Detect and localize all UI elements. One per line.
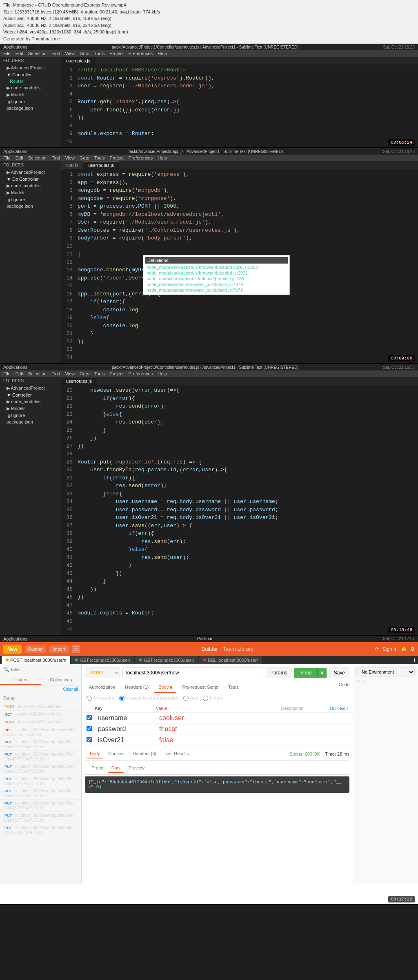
sidebar3-advanced[interactable]: ▶ AdvancedProject: [0, 385, 61, 392]
form-data-option[interactable]: form-data: [87, 696, 114, 701]
sidebar-item-userroutes[interactable]: Router: [0, 78, 61, 84]
sidebar-item-gitignore[interactable]: .gitignore: [0, 98, 61, 105]
history-item-5[interactable]: PUT localhost:3000/user/update/59eb 90bc…: [0, 751, 81, 763]
pretty-tab[interactable]: Pretty: [88, 764, 107, 773]
builder-tab[interactable]: Builder: [201, 646, 218, 652]
req-tab-auth[interactable]: Authorization: [85, 682, 119, 693]
params-button[interactable]: Params: [266, 667, 291, 678]
settings-icon[interactable]: ⚙: [410, 646, 415, 652]
sidebar-item-package[interactable]: package.json: [0, 105, 61, 111]
add-tab-button[interactable]: +: [413, 656, 416, 664]
history-item-0[interactable]: POST localhost:3000/user/new: [0, 703, 81, 711]
signin-button[interactable]: Sign In: [382, 646, 398, 652]
sidebar2-item-models[interactable]: ▶ Models: [0, 189, 61, 196]
def-link-3[interactable]: node_modules/bluebird/js/release/promise…: [145, 276, 288, 282]
history-item-3[interactable]: DEL localhost:3000/user/delete/59eb3 0bc…: [0, 726, 81, 738]
history-item-6[interactable]: PUT localhost:3000/user/update/59eb 90bc…: [0, 763, 81, 775]
menu-goto[interactable]: Goto: [80, 51, 89, 56]
method-select[interactable]: POST GET PUT DELETE: [85, 667, 120, 678]
clear-all-button[interactable]: Clear all: [61, 686, 80, 692]
preview-tab[interactable]: Preview: [125, 764, 148, 773]
sidebar2-item-controller[interactable]: ▼ Do Controller: [0, 176, 61, 182]
send-button[interactable]: Send: [294, 668, 317, 678]
menu2-find[interactable]: Find: [51, 155, 60, 160]
req-tab-headers[interactable]: Headers (1): [121, 682, 153, 693]
def-link-1[interactable]: node_modules/bluebird/js/browser/bluebir…: [145, 264, 288, 270]
url-input[interactable]: [122, 667, 263, 678]
raw-option[interactable]: raw: [183, 696, 198, 701]
collections-tab[interactable]: Collections: [41, 675, 82, 685]
sidebar2-item-package[interactable]: package.json: [0, 203, 61, 209]
request-tab-0[interactable]: POST localhost:3000/user/n: [2, 656, 70, 664]
menu2-edit[interactable]: Edit: [16, 155, 23, 160]
row1-checkbox[interactable]: [87, 725, 95, 733]
sidebar2-item-node[interactable]: ▶ node_modules: [0, 182, 61, 189]
new-button[interactable]: New: [3, 645, 22, 654]
sidebar2-item-gitignore[interactable]: .gitignore: [0, 196, 61, 203]
sidebar3-gitignore[interactable]: .gitignore: [0, 412, 61, 419]
menu-project[interactable]: Project: [110, 51, 124, 56]
code-label[interactable]: Code: [339, 682, 349, 693]
menu2-help[interactable]: Help: [158, 155, 167, 160]
req-tab-tests[interactable]: Tests: [224, 682, 243, 693]
def-link-4[interactable]: node_modules/bson/browser_build/bson.js:…: [145, 282, 288, 287]
history-item-2[interactable]: POST localhost:3000/user/new: [0, 718, 81, 726]
resp-tab-headers[interactable]: Headers (6): [129, 749, 160, 758]
menu-help[interactable]: Help: [158, 51, 167, 56]
row0-checkbox[interactable]: [87, 714, 95, 722]
eye-icon[interactable]: 👁: [356, 679, 361, 684]
resp-tab-body[interactable]: Body: [87, 749, 103, 758]
menu2-project[interactable]: Project: [110, 155, 124, 160]
team-library-tab[interactable]: Team Library: [223, 646, 253, 652]
req-tab-body[interactable]: Body: [154, 682, 176, 693]
sidebar-item-node-modules[interactable]: ▶ node_modules: [0, 84, 61, 91]
resp-tab-test-results[interactable]: Test Results: [161, 749, 192, 758]
history-item-1[interactable]: GET localhost:3000/user/index: [0, 711, 81, 718]
bulk-edit-button[interactable]: Bulk Edit: [330, 706, 348, 711]
menu2-tools[interactable]: Tools: [94, 155, 105, 160]
request-tab-1[interactable]: GET localhost:3000/user/: [71, 656, 134, 664]
request-tab-3[interactable]: DEL localhost:3000/user/: [199, 656, 262, 664]
sidebar-item-advancedproject[interactable]: ▶ AdvancedProject: [0, 64, 61, 71]
search-input[interactable]: [11, 667, 78, 672]
send-dropdown-button[interactable]: ▼: [317, 668, 326, 678]
edit-env-icon[interactable]: ✏: [362, 679, 366, 684]
bell-icon[interactable]: 🔔: [401, 646, 407, 652]
runner-button[interactable]: Runner: [25, 645, 46, 653]
sidebar3-models[interactable]: ▶ Models: [0, 405, 61, 412]
menu2-file[interactable]: File: [3, 155, 11, 160]
history-item-4[interactable]: PUT localhost:3000/user/update/59eb 30bc…: [0, 738, 81, 751]
sidebar-item-models[interactable]: ▶ Models: [0, 91, 61, 98]
menu-view[interactable]: View: [65, 51, 75, 56]
urlencoded-option[interactable]: x-www-form-urlencoded: [119, 696, 178, 701]
import-button[interactable]: Import: [49, 645, 69, 653]
menu-icon[interactable]: ☰: [72, 645, 80, 653]
menu2-goto[interactable]: Goto: [80, 155, 89, 160]
sidebar3-node[interactable]: ▶ node_modules: [0, 398, 61, 405]
history-item-7[interactable]: PUT localhost:3000/user/update/59eb 90bc…: [0, 775, 81, 787]
panel2-tab-userroutes[interactable]: userroutes.js: [83, 161, 119, 169]
panel3-tab-userroutes[interactable]: userroutes.js: [61, 377, 97, 385]
history-item-10[interactable]: PUT localhost:3000/user/update/59eb 90bc…: [0, 812, 81, 824]
menu-selection[interactable]: Selection: [28, 51, 47, 56]
raw-tab[interactable]: Raw: [108, 764, 124, 773]
panel2-tab-app[interactable]: app.js: [61, 161, 83, 169]
def-link-2[interactable]: node_modules/bluebird/js/browser/bluebir…: [145, 270, 288, 276]
panel1-tab-userroutes[interactable]: useroutes.js: [61, 57, 96, 64]
req-tab-prereq[interactable]: Pre-request Script: [178, 682, 222, 693]
resp-tab-cookies[interactable]: Cookies: [105, 749, 128, 758]
sidebar3-controller[interactable]: ▼ Controller: [0, 392, 61, 398]
menu-edit[interactable]: Edit: [16, 51, 23, 56]
menu-file[interactable]: File: [3, 51, 11, 56]
sidebar2-item-advanced[interactable]: ▶ AdvancedProject: [0, 169, 61, 176]
binary-option[interactable]: binary: [203, 696, 223, 701]
history-item-8[interactable]: PUT localhost:3000/user/update/59eb 90bc…: [0, 787, 81, 800]
menu2-selection[interactable]: Selection: [28, 155, 47, 160]
menu2-preferences[interactable]: Preferences: [129, 155, 153, 160]
def-link-5[interactable]: node_modules/bson/browser_build/bson.js:…: [145, 287, 288, 293]
menu2-view[interactable]: View: [65, 155, 75, 160]
menu-tools[interactable]: Tools: [94, 51, 105, 56]
sidebar3-package[interactable]: package.json: [0, 419, 61, 425]
request-tab-2[interactable]: GET localhost:3000/user/: [135, 656, 198, 664]
history-item-9[interactable]: PUT localhost:3000/user/update/59eb 90bc…: [0, 800, 81, 812]
